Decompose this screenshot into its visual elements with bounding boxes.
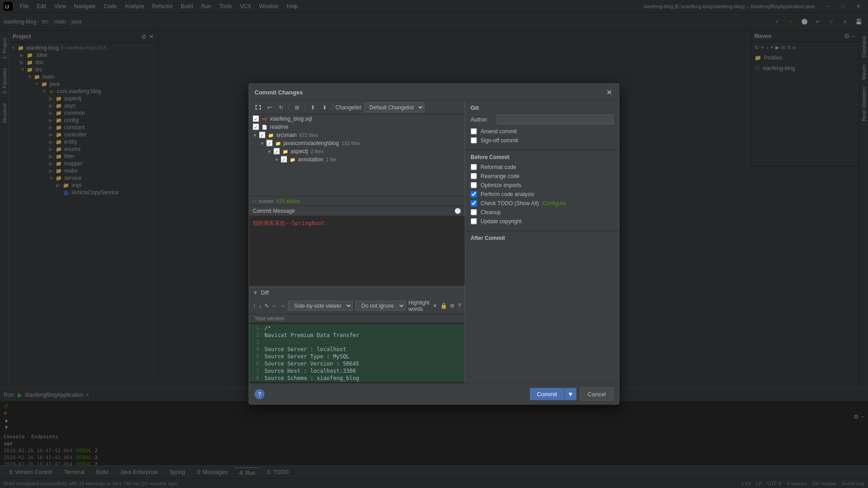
ft-arrow-srcmain: ▼ xyxy=(253,132,257,137)
diff-content-7: Source Host : localhost:3306 xyxy=(263,368,356,374)
rearrange-code-checkbox[interactable] xyxy=(471,173,477,179)
ft-item-readme[interactable]: ✓ 📄 readme xyxy=(249,123,465,131)
commit-button-group: Commit ▼ xyxy=(530,388,576,400)
optimize-imports-checkbox[interactable] xyxy=(471,182,477,188)
ft-count-javacom: 192 files xyxy=(342,141,360,146)
changelist-select[interactable]: Default Changelist xyxy=(364,103,425,113)
undo-button[interactable]: ↩ xyxy=(264,103,274,113)
git-section-title: Git xyxy=(471,104,613,111)
update-copyright-checkbox[interactable] xyxy=(471,218,477,225)
update-copyright-label[interactable]: Update copyright xyxy=(481,218,522,225)
ft-arrow-javacom: ▼ xyxy=(260,141,264,145)
configure-link[interactable]: Configure xyxy=(542,200,566,206)
ft-check-sql[interactable]: ✓ xyxy=(253,116,259,122)
optimize-imports-label[interactable]: Optimize imports xyxy=(481,182,521,188)
commit-message-section: Commit Message 🕐 xyxy=(249,206,465,287)
changelist-label: Changelist: xyxy=(335,104,363,111)
diff-linenum-1: 1 xyxy=(249,325,263,331)
diff-header[interactable]: ▼ Diff xyxy=(249,288,465,298)
after-commit-section: After Commit xyxy=(465,231,619,249)
ft-item-annotation[interactable]: ▼ ✓ 📁 annotation 1 file xyxy=(249,155,465,164)
signoff-commit-checkbox[interactable] xyxy=(471,137,477,144)
diff-linenum-4: 4 xyxy=(249,346,263,352)
diff-next-btn[interactable]: ↓ xyxy=(259,301,262,310)
move-down-button[interactable]: ⬇ xyxy=(320,103,330,113)
rearrange-code-item: Rearrange code xyxy=(471,173,613,179)
reformat-code-label[interactable]: Reformat code xyxy=(481,164,516,170)
diff-ignore-select[interactable]: Do not ignore xyxy=(355,301,406,311)
diff-line-6: 6 Source Server Version : 50645 xyxy=(249,360,465,367)
check-todo-label[interactable]: Check TODO (Show All) xyxy=(481,200,539,206)
refresh-button[interactable]: ↻ xyxy=(276,103,286,113)
diff-line-3: 3 xyxy=(249,339,465,346)
git-author-row: Author: xyxy=(471,115,613,125)
dialog-right-panel: Git Author: Amend commit Sign-off commit xyxy=(465,101,619,384)
ft-check-aspectj[interactable]: ✓ xyxy=(274,148,280,155)
before-commit-section: Before Commit Reformat code Rearrange co… xyxy=(465,150,619,231)
toolbar-separator-3 xyxy=(332,104,333,111)
move-up-button[interactable]: ⬆ xyxy=(308,103,318,113)
ft-item-sql[interactable]: ✓ sql xiaofeng_blog.sql xyxy=(249,115,465,123)
diff-lock-icon[interactable]: 🔒 xyxy=(440,301,447,311)
ft-check-annotation[interactable]: ✓ xyxy=(281,156,287,163)
dialog-close-button[interactable]: ✕ xyxy=(604,88,613,97)
commit-dropdown-button[interactable]: ▼ xyxy=(564,388,576,400)
commit-message-clock-icon[interactable]: 🕐 xyxy=(454,208,461,214)
group-button[interactable]: ⊞ xyxy=(292,103,302,113)
author-input[interactable] xyxy=(497,115,613,125)
signoff-commit-label[interactable]: Sign-off commit xyxy=(481,137,518,144)
optimize-imports-item: Optimize imports xyxy=(471,182,613,188)
your-version-label: Your version xyxy=(249,314,465,323)
diff-settings-icon[interactable]: ⚙ xyxy=(450,301,455,311)
ft-check-javacom[interactable]: ✓ xyxy=(266,140,273,146)
ft-check-readme[interactable]: ✓ xyxy=(253,124,259,130)
perform-analysis-checkbox[interactable] xyxy=(471,191,477,197)
diff-content-8: Source Schema : xiaofeng_blog xyxy=(263,375,359,381)
amend-commit-checkbox[interactable] xyxy=(471,128,477,135)
cleanup-label[interactable]: Cleanup xyxy=(481,209,501,216)
diff-line-8: 8 Source Schema : xiaofeng_blog xyxy=(249,375,465,382)
highlight-chevron-icon[interactable]: ▼ xyxy=(432,303,438,309)
ft-count-annotation: 1 file xyxy=(326,157,336,162)
dialog-title: Commit Changes xyxy=(255,89,303,95)
cleanup-checkbox[interactable] xyxy=(471,209,477,216)
dialog-footer: ? Commit ▼ Cancel xyxy=(249,384,619,404)
help-button[interactable]: ? xyxy=(255,389,264,399)
ft-item-javacom[interactable]: ▼ ✓ 📁 java\com\xiaofeng\blog 192 files xyxy=(249,139,465,147)
perform-analysis-label[interactable]: Perform code analysis xyxy=(481,191,534,197)
commit-message-input[interactable] xyxy=(249,216,465,286)
dialog-title-bar: Commit Changes ✕ xyxy=(249,84,619,101)
commit-message-header: Commit Message 🕐 xyxy=(249,206,465,216)
diff-viewer-select[interactable]: Side-by-side viewer xyxy=(288,301,353,311)
perform-analysis-item: Perform code analysis xyxy=(471,191,613,197)
diff-prev-btn[interactable]: ↑ xyxy=(253,301,256,310)
commit-dialog: Commit Changes ✕ ↩ ↻ ⊞ ⬆ ⬇ xyxy=(249,84,619,405)
diff-left-btn[interactable]: ← xyxy=(272,301,277,310)
rearrange-code-label[interactable]: Rearrange code xyxy=(481,173,519,179)
ft-label-readme: readme xyxy=(270,124,288,130)
reformat-code-checkbox[interactable] xyxy=(471,164,477,170)
diff-line-2: 2 Navicat Premium Data Transfer xyxy=(249,332,465,339)
before-commit-title: Before Commit xyxy=(471,154,613,160)
amend-commit-label[interactable]: Amend commit xyxy=(481,128,517,135)
diff-content-3 xyxy=(263,339,264,345)
diff-help-icon[interactable]: ? xyxy=(458,301,461,311)
diff-content-5: Source Server Type : MySQL xyxy=(263,353,349,360)
ft-item-aspectj[interactable]: ▼ ✓ 📁 aspectj 2 files xyxy=(249,147,465,155)
diff-line-1: 1 /* xyxy=(249,324,465,332)
commit-button[interactable]: Commit xyxy=(530,388,565,400)
ft-arrow-annotation: ▼ xyxy=(274,157,279,162)
dir-icon-aspectj: 📁 xyxy=(282,148,289,155)
ft-check-srcmain[interactable]: ✓ xyxy=(259,132,265,138)
expand-all-button[interactable] xyxy=(253,103,263,113)
diff-right-btn[interactable]: → xyxy=(280,301,285,310)
diff-edit-btn[interactable]: ✎ xyxy=(264,301,269,310)
ft-item-srcmain[interactable]: ▼ ✓ 📁 src\main 672 files xyxy=(249,131,465,139)
dialog-left-panel: ↩ ↻ ⊞ ⬆ ⬇ Changelist: Default Changelist xyxy=(249,101,465,384)
author-label: Author: xyxy=(471,117,493,123)
after-commit-title: After Commit xyxy=(471,235,613,241)
diff-content-2: Navicat Premium Data Transfer xyxy=(263,332,359,338)
sql-file-icon: sql xyxy=(261,116,268,122)
check-todo-checkbox[interactable] xyxy=(471,200,477,206)
cancel-button[interactable]: Cancel xyxy=(580,388,613,401)
